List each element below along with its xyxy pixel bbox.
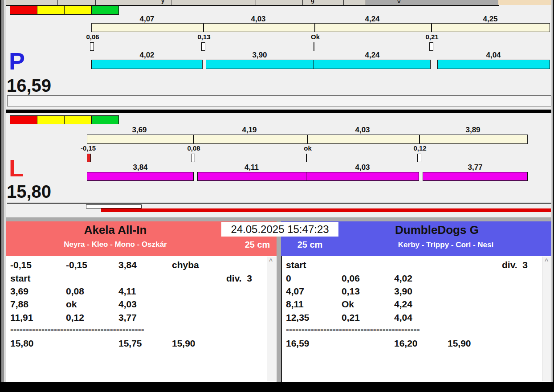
cell: 3,90: [394, 286, 412, 297]
changeover-label: 0,06: [77, 33, 108, 41]
toolbar-tan-area: [498, 0, 554, 5]
scroll-up-icon[interactable]: ^: [269, 257, 273, 265]
plan-split-label: 3,89: [451, 126, 495, 135]
table-row: 12,35 0,21 4,04: [282, 312, 552, 325]
cell: 11,91: [10, 312, 33, 323]
toolbar-button[interactable]: [96, 0, 171, 5]
toolbar-button[interactable]: [171, 0, 218, 5]
timing-app-window: ý g ˅ 4,07 4,03 4,24 4,25 0,06 0,13 Ok 0…: [0, 0, 554, 392]
team-panel-left: Akela All-In Neyra - Kleo - Mono - Oszká…: [6, 221, 277, 382]
cell: 0: [286, 273, 291, 284]
toolbar-button[interactable]: [0, 0, 58, 5]
plan-split-label: 3,69: [117, 126, 162, 135]
cell: 3,77: [118, 312, 137, 323]
team-category: 25 cm: [240, 240, 275, 250]
cell: 4,24: [394, 299, 412, 310]
window-border-left: [4, 0, 6, 392]
cell: 4,11: [118, 286, 136, 297]
cell: Ok: [342, 299, 354, 310]
team-panel-right: 25 cm DumbleDogs G Kerby - Trippy - Cori…: [281, 221, 552, 382]
cell: 8,11: [286, 299, 304, 310]
run-bar-segment: [87, 172, 194, 181]
table-row: 8,11 Ok 4,24: [282, 299, 552, 312]
plan-bar-divider: [307, 135, 308, 143]
changeover-ok-tick: [314, 42, 314, 51]
progress-bar: [101, 208, 551, 212]
window-bottom-bar: [0, 382, 554, 392]
run-split-label: 3,84: [118, 163, 163, 172]
plan-split-label: 4,03: [236, 15, 281, 24]
plan-bar-divider: [431, 24, 432, 32]
cell: 4,03: [118, 299, 137, 310]
run-split-label: 3,90: [237, 51, 282, 60]
cell: 4,07: [286, 286, 304, 297]
traffic-yellow-cell: [37, 115, 65, 124]
toolbar-glyph: g: [311, 0, 314, 4]
changeover-marker-fault: [87, 154, 91, 162]
table-totals-row: 15,80 15,75 15,90: [6, 338, 277, 351]
team-name: Akela All-In: [6, 223, 224, 237]
separator-dashes: ----------------------------------------…: [286, 324, 420, 335]
changeover-marker: [429, 42, 433, 51]
team-name: DumbleDogs G: [321, 223, 553, 237]
total-time: 15,80: [10, 338, 34, 349]
table-totals-row: 16,59 16,20 15,90: [282, 338, 552, 351]
toolbar-button[interactable]: [218, 0, 256, 5]
changeover-label: 0,13: [188, 33, 220, 41]
changeover-marker: [90, 42, 94, 51]
table-row: 11,91 0,12 3,77: [6, 312, 277, 325]
toolbar-button[interactable]: [256, 0, 303, 5]
changeover-label: 0,08: [178, 144, 209, 152]
run-bar-segment: [206, 60, 314, 69]
changeover-marker: [417, 154, 421, 162]
run-split-label: 4,11: [229, 163, 274, 172]
cell: ok: [66, 299, 77, 310]
run-split-label: 4,04: [471, 51, 516, 60]
table-row: start div. 3: [282, 260, 552, 273]
team-members: Kerby - Trippy - Cori - Nesi: [330, 241, 554, 249]
changeover-label: -0,15: [73, 144, 104, 152]
traffic-yellow-cell: [37, 6, 65, 15]
cell: start: [10, 273, 31, 284]
plan-bar-divider: [419, 135, 420, 143]
run-split-label: 4,24: [350, 51, 395, 60]
cell: 0,08: [66, 286, 84, 297]
toolbar: ý g ˅: [0, 0, 554, 5]
total-limit: 15,90: [172, 338, 196, 349]
table-row: -0,15 -0,15 3,84 chyba: [6, 260, 277, 273]
run-split-label: 4,02: [125, 51, 169, 60]
toolbar-dark-area: [366, 0, 498, 5]
plan-split-label: 4,24: [350, 15, 395, 24]
toolbar-glyph: ý: [161, 0, 164, 4]
cell: 0,12: [66, 312, 84, 323]
cell: -0,15: [66, 260, 87, 270]
run-bar-segment: [306, 172, 419, 181]
toolbar-button[interactable]: [303, 0, 344, 5]
chevron-down-icon[interactable]: ˅: [397, 0, 401, 5]
table-row: 7,88 ok 4,03: [6, 299, 277, 312]
plan-split-label: 4,25: [468, 15, 513, 24]
plan-bar: [91, 23, 550, 32]
traffic-green-cell: [91, 6, 119, 15]
toolbar-button[interactable]: [58, 0, 96, 5]
run-split-label: 4,03: [340, 163, 385, 172]
cell: div. 3: [502, 260, 528, 270]
traffic-yellow-cell: [64, 6, 92, 15]
scroll-up-icon[interactable]: ^: [545, 257, 548, 265]
traffic-yellow-cell: [64, 115, 92, 124]
changeover-marker: [191, 154, 195, 162]
changeover-label: Ok: [300, 33, 331, 41]
lane-total-l: 15,80: [7, 183, 51, 200]
progress-marker-box: [86, 204, 142, 208]
table-scrollbar[interactable]: ^: [267, 257, 276, 381]
lane-letter-l: L: [9, 156, 24, 180]
toolbar-button[interactable]: [344, 0, 366, 5]
cell: 3,69: [10, 286, 29, 297]
empty-track: [7, 95, 551, 106]
table-separator-row: ----------------------------------------…: [282, 324, 552, 337]
table-scrollbar[interactable]: ^: [542, 257, 552, 381]
plan-split-label: 4,03: [340, 126, 385, 135]
cell: div. 3: [226, 273, 252, 284]
cell: -0,15: [10, 260, 32, 270]
run-split-label: 3,77: [453, 163, 497, 172]
